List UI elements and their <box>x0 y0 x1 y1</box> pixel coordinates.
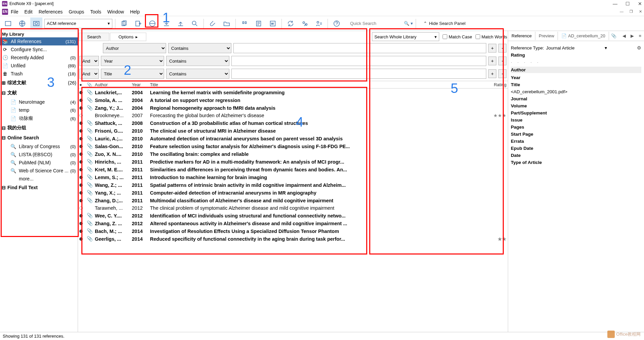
window-maximize-icon[interactable]: ☐ <box>626 1 630 6</box>
word-icon[interactable] <box>267 18 279 30</box>
share-icon[interactable] <box>299 18 311 30</box>
sidebar-group[interactable]: ⊟Find Full Text <box>0 183 78 192</box>
menu-icon[interactable]: ≡ <box>639 33 641 38</box>
window-close-icon[interactable]: ✕ <box>638 1 642 6</box>
quick-search[interactable]: 🔍 ▾ <box>349 20 413 27</box>
table-row[interactable]: 📎Salas-Gon...2010Feature selection using… <box>78 142 508 150</box>
gear-icon[interactable]: ⚙ <box>637 45 641 50</box>
remove-row-button[interactable]: - <box>498 57 506 65</box>
col-read[interactable]: ● <box>79 82 87 87</box>
online-search-button-icon[interactable] <box>146 18 158 30</box>
online-search-icon[interactable] <box>16 18 28 30</box>
toggle-icon[interactable]: ⊟ <box>1 90 6 96</box>
sidebar-subitem[interactable]: 📄动脉瘤(6) <box>0 114 78 123</box>
menu-references[interactable]: References <box>39 9 63 14</box>
table-row[interactable]: 📎Geerligs, ...2014Reduced specificity of… <box>78 235 508 243</box>
dropdown-icon[interactable]: ▾ <box>605 45 607 50</box>
sidebar-item[interactable]: 📚All References(131) <box>0 37 78 45</box>
output-style-select[interactable]: ACM reference ▾ <box>44 19 112 28</box>
menu-window[interactable]: Window <box>107 9 124 14</box>
menu-edit[interactable]: Edit <box>25 9 33 14</box>
integrated-mode-icon[interactable] <box>30 18 42 30</box>
search-operator-select[interactable]: And <box>79 69 99 79</box>
toggle-icon[interactable]: ⊞ <box>1 80 6 86</box>
search-field-select[interactable]: Year <box>101 56 164 66</box>
add-row-button[interactable]: + <box>488 69 496 78</box>
rating-dots[interactable]: · · · · · <box>511 60 641 65</box>
toggle-icon[interactable]: ⊟ <box>1 135 6 140</box>
import-icon[interactable] <box>160 18 173 30</box>
search-condition-select[interactable]: Contains <box>166 69 229 79</box>
tab-pdf[interactable]: 📄AD_cerebellum_20 <box>558 32 609 40</box>
sidebar-item[interactable]: ⟳Configure Sync... <box>0 45 78 54</box>
local-library-icon[interactable] <box>2 18 14 30</box>
menu-file[interactable]: File <box>11 9 18 14</box>
toggle-icon[interactable]: ⊟ <box>1 125 6 131</box>
format-biblio-icon[interactable] <box>253 18 265 30</box>
col-rating[interactable]: Rating <box>489 82 506 87</box>
menu-tools[interactable]: Tools <box>90 9 101 14</box>
tab-reference[interactable]: Reference <box>508 32 535 40</box>
quick-search-input[interactable] <box>349 20 403 27</box>
search-scope-select[interactable]: Search Whole Library▾ <box>372 32 439 41</box>
match-case-checkbox[interactable]: Match Case <box>443 34 472 39</box>
open-folder-icon[interactable] <box>221 18 233 30</box>
next-ref-icon[interactable]: ▶ <box>631 33 634 38</box>
table-header[interactable]: ● 📎 Author Year Title Rating <box>78 81 508 89</box>
search-field-select[interactable]: Title <box>101 69 164 79</box>
tab-preview[interactable]: Preview <box>535 32 558 40</box>
col-author[interactable]: Author <box>95 82 132 87</box>
col-year[interactable]: Year <box>132 82 150 87</box>
table-row[interactable]: Tarawneh, ...2012The clinical problem of… <box>78 204 508 212</box>
table-row[interactable]: 📎Zang, Y.; J...2004Regional homogeneity … <box>78 104 508 112</box>
table-row[interactable]: 📎Zhang, Z. ...2012Altered spontaneous ac… <box>78 219 508 227</box>
insert-citation-icon[interactable] <box>238 18 251 30</box>
menu-groups[interactable]: Groups <box>69 9 84 14</box>
search-field-select[interactable]: Author <box>103 43 166 53</box>
sidebar-item[interactable]: 📄Unfiled(89) <box>0 62 78 70</box>
table-row[interactable]: 📎Hinrichs, ...2011Predictive markers for… <box>78 158 508 166</box>
search-tab[interactable]: Search <box>79 33 109 41</box>
table-row[interactable]: 📎Wee, C. Y....2012Identification of MCI … <box>78 212 508 219</box>
table-body[interactable]: 📎Lanckriet,...2004Learning the kernel ma… <box>78 89 508 332</box>
table-row[interactable]: 📎Lanckriet,...2004Learning the kernel ma… <box>78 89 508 96</box>
search-value-input[interactable] <box>233 43 486 53</box>
find-fulltext-icon[interactable] <box>189 18 201 30</box>
ref-type-value[interactable]: Journal Article <box>546 45 575 50</box>
search-condition-select[interactable]: Contains <box>166 56 229 66</box>
table-row[interactable]: 📎Kret, M. E....2011Similarities and diff… <box>78 166 508 173</box>
sidebar-group[interactable]: ⊟Online Search <box>0 133 78 142</box>
sidebar-group[interactable]: ⊞综述文献(26) <box>0 78 78 88</box>
add-row-button[interactable]: + <box>488 44 496 53</box>
sidebar-subitem[interactable]: 🔍Web of Science Core ...(0) <box>0 167 78 175</box>
sidebar-subitem[interactable]: 🔍LISTA (EBSCO)(0) <box>0 150 78 159</box>
doc-restore-icon[interactable]: ❐ <box>630 9 633 14</box>
menu-help[interactable]: Help <box>130 9 140 14</box>
add-row-button[interactable]: + <box>488 57 496 65</box>
search-condition-select[interactable]: Contains <box>168 43 231 53</box>
search-icon[interactable]: 🔍 ▾ <box>404 21 413 26</box>
doc-minimize-icon[interactable]: — <box>620 9 623 14</box>
help-icon[interactable] <box>331 18 343 30</box>
manuscript-matcher-icon[interactable] <box>313 18 325 30</box>
sidebar-group[interactable]: ⊟我的分组 <box>0 123 78 133</box>
table-row[interactable]: 📎Bach, M.; ...2014Investigation of Resol… <box>78 227 508 235</box>
sidebar-group[interactable]: ⊟文献 <box>0 88 78 98</box>
remove-row-button[interactable]: - <box>498 69 506 78</box>
table-row[interactable]: 📎Zuo, X. N....2010The oscillating brain:… <box>78 150 508 158</box>
table-row[interactable]: 📎Lauric, A.;...2010Automated detection o… <box>78 135 508 142</box>
table-row[interactable]: 📎Wang, Z.; ...2011Spatial patterns of in… <box>78 181 508 189</box>
sync-icon[interactable] <box>285 18 297 30</box>
sidebar-subitem[interactable]: 🔍PubMed (NLM)(0) <box>0 159 78 167</box>
search-value-input[interactable] <box>231 56 486 66</box>
attach-icon[interactable]: 📎 <box>611 33 616 38</box>
options-tab[interactable]: Options▸ <box>110 33 146 41</box>
table-row[interactable]: Brookmeye...2007Forecasting the global b… <box>78 112 508 119</box>
sidebar-item[interactable]: 🕒Recently Added(0) <box>0 54 78 62</box>
table-row[interactable]: 📎Yang, X.; ...2011Computer-aided detecti… <box>78 189 508 197</box>
sidebar-item[interactable]: 🗑Trash(18) <box>0 70 78 78</box>
search-operator-select[interactable]: And <box>79 56 99 66</box>
table-row[interactable]: 📎Shattuck, ...2008Construction of a 3D p… <box>78 119 508 127</box>
doc-close-icon[interactable]: ✕ <box>639 9 642 14</box>
search-value-input[interactable] <box>231 69 486 79</box>
